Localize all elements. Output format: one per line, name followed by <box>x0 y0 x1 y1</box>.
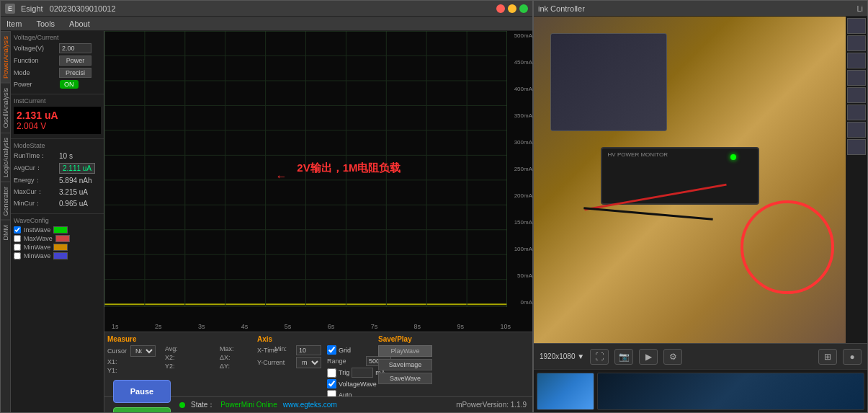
app-icon: E <box>5 4 15 14</box>
avg-label: Avg: <box>165 345 185 352</box>
min-wave-label: MinWave <box>24 244 50 251</box>
power-toggle-button[interactable]: ON <box>60 80 79 89</box>
window-title: Esight 020230309010012 <box>21 4 491 13</box>
tab-oscill[interactable]: OscillAnalysis <box>1 83 10 133</box>
equipment-top <box>550 33 667 131</box>
x2-label: X2: <box>165 354 185 361</box>
voltage-input[interactable] <box>59 43 91 53</box>
save-wave-button[interactable]: SaveWave <box>378 373 432 384</box>
dx-label: ΔX: <box>220 354 240 361</box>
thumb-8[interactable] <box>847 139 866 155</box>
camera-controls: 1920x1080 ▼ ⛶ 📷 ▶ ⚙ ⊞ ● <box>534 343 867 369</box>
device-label: HV POWER MONITOR <box>608 151 668 158</box>
cursor-select[interactable]: None X1 <box>130 345 156 357</box>
sidebar-thumbnails <box>846 17 867 343</box>
y-label-200: 200mA <box>508 192 532 199</box>
y-label-100: 100mA <box>508 246 532 252</box>
website-url[interactable]: www.egteks.com <box>283 401 337 409</box>
runtime-label: RunTime： <box>14 151 57 161</box>
thumb-1[interactable] <box>847 18 866 34</box>
ycurrent-select[interactable]: mA uA <box>296 357 321 368</box>
trig-checkbox[interactable] <box>327 368 336 378</box>
x-label-8s: 8s <box>414 323 421 330</box>
close-button[interactable] <box>496 4 505 13</box>
status-bar: Pause Stop State： PowerMini Online www.e… <box>104 396 532 412</box>
pause-button[interactable]: Pause <box>113 380 171 403</box>
thumb-4[interactable] <box>847 70 866 86</box>
tab-generator[interactable]: Generator <box>1 182 10 221</box>
mode-button[interactable]: Precisi <box>59 68 91 78</box>
play-wave-button[interactable]: PlayWave <box>378 345 432 357</box>
thumb-2[interactable] <box>847 35 866 51</box>
min-wave-row: MinWave <box>14 244 101 251</box>
grid-checkbox[interactable] <box>327 345 336 355</box>
stop-button[interactable]: Stop <box>113 407 171 413</box>
menu-bar: Item Tools About <box>1 17 532 31</box>
taskbar-bg <box>597 373 864 410</box>
x1-row: X1: <box>107 358 159 365</box>
chart-wrapper: 500mA 450mA 400mA 350mA 300mA 250mA 200m… <box>104 31 532 321</box>
min-wave2-label: MinWave <box>24 252 50 259</box>
thumb-7[interactable] <box>847 122 866 138</box>
app-serial: 020230309010012 <box>50 4 116 13</box>
thumb-3[interactable] <box>847 53 866 68</box>
minimize-button[interactable] <box>508 4 516 13</box>
cursor-label: Cursor <box>107 347 127 355</box>
cam-btn-record[interactable]: ▶ <box>639 349 658 365</box>
avg-cur-label: AvgCur： <box>14 164 57 173</box>
menu-tools[interactable]: Tools <box>33 18 58 30</box>
function-button[interactable]: Power <box>59 55 91 66</box>
tab-logic[interactable]: LogicAnalysis <box>1 133 10 182</box>
grid-label: Grid <box>339 347 351 354</box>
inst-wave-checkbox[interactable] <box>14 226 21 234</box>
max-cur-value: 3.215 uA <box>59 188 88 196</box>
inst-wave-color <box>53 226 68 234</box>
cam-btn-fullscreen[interactable]: ⛶ <box>590 349 609 365</box>
max-wave-checkbox[interactable] <box>14 235 21 242</box>
connection-status: PowerMini Online <box>220 401 277 409</box>
voltage-wave-checkbox[interactable] <box>327 379 336 388</box>
cam-btn-extra2[interactable]: ● <box>843 349 862 365</box>
function-row: Function Power <box>14 55 101 66</box>
min-wave2-color <box>53 252 68 259</box>
inst-title: InstCurrent <box>14 97 101 105</box>
trig-input[interactable] <box>352 368 373 378</box>
ycurrent-label: Y-Current <box>257 359 293 366</box>
status-indicator <box>179 402 185 408</box>
voltage-row: Voltage(V) <box>14 43 101 53</box>
save-image-button[interactable]: SaveImage <box>378 359 432 370</box>
thumb-6[interactable] <box>847 105 866 120</box>
cam-btn-extra1[interactable]: ⊞ <box>818 349 837 365</box>
xtime-input[interactable] <box>296 345 321 355</box>
x-label-9s: 9s <box>457 323 465 330</box>
y-label-450: 450mA <box>508 59 532 66</box>
menu-item[interactable]: Item <box>4 18 24 30</box>
app-title: Esight <box>21 4 43 13</box>
inst-display: 2.131 uA 2.004 V <box>14 107 101 134</box>
cam-btn-settings[interactable]: ⚙ <box>663 349 682 365</box>
mode-row: Mode Precisi <box>14 68 101 78</box>
maximize-button[interactable] <box>519 4 528 13</box>
runtime-row: RunTime： 10 s <box>14 151 101 161</box>
taskbar-thumbnail[interactable] <box>537 373 594 410</box>
camera-window: ink Controller Li HV POWER MONITOR <box>533 0 868 413</box>
min-wave-checkbox[interactable] <box>14 244 21 251</box>
range-label: Range <box>327 358 363 365</box>
resolution-label[interactable]: 1920x1080 ▼ <box>540 352 584 360</box>
camera-taskbar <box>534 369 867 412</box>
x-label-10s: 10s <box>500 323 511 330</box>
axis-section: Axis X-Time Y-Current mA uA <box>257 335 372 394</box>
menu-about[interactable]: About <box>66 18 93 30</box>
tab-power-analysis[interactable]: PowerAnalysis <box>1 31 10 83</box>
thumb-5[interactable] <box>847 87 866 103</box>
y-label-250: 250mA <box>508 166 532 172</box>
camera-background: HV POWER MONITOR <box>534 17 867 343</box>
energy-label: Energy： <box>14 176 57 185</box>
min-wave2-checkbox[interactable] <box>14 252 21 259</box>
save-title: Save/Play <box>378 335 465 343</box>
cam-btn-camera[interactable]: 📷 <box>614 349 633 365</box>
power-label: Power <box>14 81 57 88</box>
mode-state-title: ModeState <box>14 142 101 149</box>
tab-dmm[interactable]: DMM <box>1 220 10 245</box>
save-play-section: Save/Play PlayWave SaveImage SaveWave <box>378 335 465 394</box>
